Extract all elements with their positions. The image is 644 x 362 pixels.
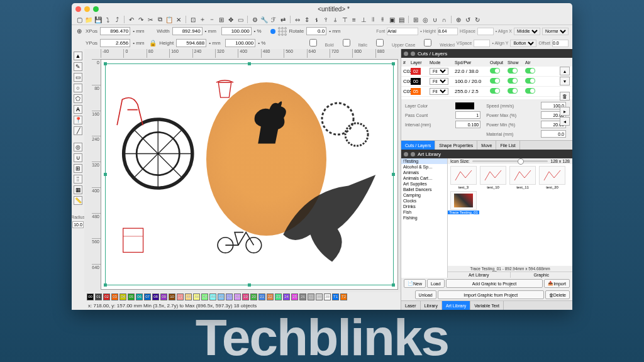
trace-tool[interactable]: ⊞ [74,164,82,173]
category-item[interactable]: Art Supplies [401,181,447,187]
color-swatch-09[interactable]: 09 [160,293,167,300]
category-item[interactable]: Animals [401,170,447,175]
layer-row[interactable]: C02 02 Fill 22.0 / 38.0 [401,67,572,77]
array-tool[interactable]: ⦙⦙ [74,175,82,184]
hspace-input[interactable] [477,28,494,35]
ypos-input[interactable] [100,39,130,47]
category-item[interactable]: Camping [401,192,447,198]
selection-box[interactable] [105,63,394,285]
color-swatch-24[interactable]: 24 [283,293,290,300]
zoom-in-icon[interactable]: ＋ [199,16,206,23]
open-file-icon[interactable]: 📁 [85,16,92,23]
height-input[interactable] [176,39,206,47]
frame-icon[interactable]: ▭ [236,16,244,23]
save-icon[interactable]: 💾 [94,16,102,23]
weld-tool[interactable]: ∪ [74,153,82,162]
zoom-sel-icon[interactable]: ⊞ [218,16,225,23]
color-swatch-T1[interactable]: T1 [332,293,339,300]
import-icon[interactable]: ⤵ [104,16,111,23]
select-tool[interactable]: ▲ [74,52,82,60]
align-bottom-icon[interactable]: ⊥ [360,16,367,23]
color-swatch-17[interactable]: 17 [226,293,233,300]
category-item[interactable]: Alcohol & Sp… [401,164,447,170]
color-swatch-03[interactable]: 03 [111,293,118,300]
delete-button[interactable]: 🗑 Delete [545,290,570,299]
pass-input[interactable] [455,111,480,119]
height-pct-input[interactable] [225,39,255,47]
alignx-select[interactable]: Middle [514,28,540,35]
color-swatch-06[interactable]: 06 [136,293,143,300]
color-swatch-13[interactable]: 13 [193,293,200,300]
origin-icon[interactable]: ⊕ [75,28,83,35]
bold-check[interactable]: Bold [303,39,334,47]
color-swatch-08[interactable]: 08 [152,293,159,300]
color-swatch-16[interactable]: 16 [218,293,225,300]
text-tool-icon[interactable]: ℱ [270,16,277,23]
vspace-input[interactable] [474,40,490,47]
layer-color-swatch[interactable] [455,102,474,109]
import-button[interactable]: 📥 Import [544,279,570,288]
minimize-button[interactable] [84,6,90,12]
category-item[interactable]: !Testing [401,158,447,164]
align-right-icon[interactable]: ⫰ [331,16,339,23]
pan-icon[interactable]: ✥ [227,16,235,23]
layer-left-button[interactable]: ◂ [560,117,570,126]
lock-icon[interactable]: 🔒 [149,40,157,47]
color-swatch-02[interactable]: 02 [103,293,110,300]
text-tool[interactable]: A [74,105,82,114]
bottom-tab[interactable]: Variable Text [470,301,504,310]
category-item[interactable]: Animals Cart… [401,175,447,181]
ungroup-icon[interactable]: ▤ [397,16,405,23]
offset-tool[interactable]: ◎ [74,143,82,151]
panel-tab[interactable]: Cuts / Layers [401,141,435,150]
align-top-icon[interactable]: ⊤ [341,16,348,23]
grid-tool[interactable]: ▦ [74,185,82,194]
panel-tab[interactable]: Move [477,141,496,150]
bottom-tab[interactable]: Art Library [442,301,470,310]
aligny-select[interactable]: Bottom [510,40,536,47]
color-swatch-19[interactable]: 19 [242,293,249,300]
color-swatch-04[interactable]: 04 [119,293,126,300]
panel-tab[interactable]: Shape Properties [435,141,477,150]
rotate-right-icon[interactable]: ↻ [474,16,481,23]
origin-dot[interactable] [270,29,275,34]
width-input[interactable] [172,27,203,35]
color-swatch-29[interactable]: 29 [324,293,331,300]
color-swatch-01[interactable]: 01 [95,293,102,300]
paste-icon[interactable]: 📋 [165,16,173,23]
rect-tool[interactable]: ▭ [74,73,82,82]
color-swatch-25[interactable]: 25 [291,293,298,300]
interval-input[interactable] [455,121,480,128]
font-select[interactable] [387,28,418,35]
mirror-h-icon[interactable]: ⇔ [294,16,301,23]
style-select[interactable]: Normal [542,28,569,35]
layer-row[interactable]: C00 00 Fill 100.0 / 20.0 [401,77,572,87]
color-swatch-26[interactable]: 26 [299,293,306,300]
color-swatch-14[interactable]: 14 [201,293,208,300]
thumbnail-item[interactable]: test_11 [509,166,536,189]
zoom-fit-icon[interactable]: ⊡ [189,16,197,23]
category-item[interactable]: Clocks [401,198,447,204]
rotate-input[interactable] [306,27,326,35]
array-icon[interactable]: ⊞ [412,16,419,23]
color-swatch-15[interactable]: 15 [209,293,216,300]
layer-row[interactable]: C05 05 Fill 255.0 / 2.5 [401,87,572,97]
color-swatch-28[interactable]: 28 [316,293,323,300]
canvas[interactable] [101,59,398,290]
new-button[interactable]: 📄 New [404,279,426,288]
settings-icon[interactable]: ⚙ [251,16,258,23]
move-center-icon[interactable]: ⊕ [455,16,462,23]
anchor-grid[interactable] [278,27,287,36]
new-file-icon[interactable]: ▢ [75,16,83,23]
color-swatch-07[interactable]: 07 [144,293,151,300]
bottom-tab[interactable]: Library [421,301,442,310]
align-middle-icon[interactable]: ≡ [350,16,358,23]
artlib-tab[interactable]: Art Library [448,272,511,278]
layer-right-button[interactable]: ▸ [560,107,570,116]
category-item[interactable]: Drinks [401,204,447,209]
color-swatch-21[interactable]: 21 [258,293,265,300]
xpos-input[interactable] [100,27,130,35]
close-button[interactable] [75,6,81,12]
connect-icon[interactable]: ⇄ [279,16,287,23]
zoom-out-icon[interactable]: － [208,16,216,23]
